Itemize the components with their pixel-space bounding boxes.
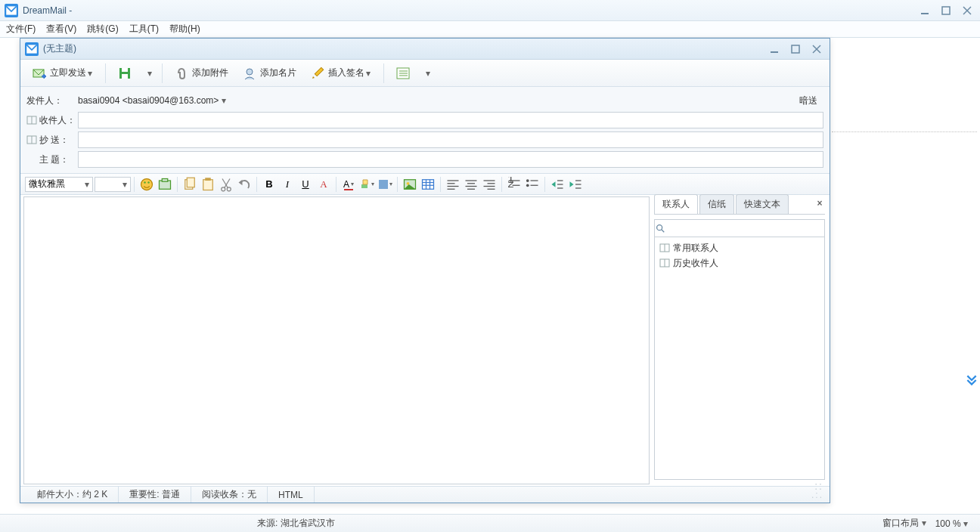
compose-icon xyxy=(25,42,39,56)
subject-label: 主 题： xyxy=(26,153,78,166)
from-label: 发件人： xyxy=(26,94,78,107)
side-panel-close-icon[interactable]: × xyxy=(814,198,825,209)
pencil-icon xyxy=(310,66,325,81)
contacts-search[interactable] xyxy=(654,219,825,237)
expand-panel-icon[interactable] xyxy=(965,373,978,387)
svg-rect-44 xyxy=(423,179,434,189)
app-statusbar: 来源: 湖北省武汉市 窗口布局 ▾ 100 % ▾ xyxy=(0,514,980,532)
signature-button[interactable]: 插入签名 ▾ xyxy=(303,62,379,85)
tab-quicktext[interactable]: 快速文本 xyxy=(736,194,789,214)
svg-rect-41 xyxy=(379,180,388,189)
undo-button[interactable] xyxy=(236,176,253,193)
copy-button[interactable] xyxy=(181,176,198,193)
tab-contacts[interactable]: 联系人 xyxy=(654,194,698,214)
save-button[interactable] xyxy=(110,62,142,85)
paste-button[interactable] xyxy=(200,176,216,193)
svg-line-78 xyxy=(662,230,665,233)
svg-rect-39 xyxy=(361,184,368,188)
menu-view[interactable]: 查看(V) xyxy=(46,23,76,36)
message-body-editor[interactable] xyxy=(23,196,650,484)
font-style-button[interactable]: A xyxy=(315,176,332,193)
signature-dropdown[interactable]: ▾ xyxy=(364,68,372,79)
svg-rect-31 xyxy=(187,178,194,187)
minimize-button[interactable] xyxy=(916,4,933,17)
insert-image-button[interactable] xyxy=(402,176,418,193)
menu-file[interactable]: 文件(F) xyxy=(6,23,36,36)
italic-button[interactable]: I xyxy=(279,176,296,193)
vcard-button[interactable]: 添加名片 xyxy=(235,62,303,85)
bold-button[interactable]: B xyxy=(261,176,278,193)
svg-rect-12 xyxy=(122,68,128,72)
footer-layout[interactable]: 窗口布局 ▾ xyxy=(882,517,926,530)
outdent-button[interactable] xyxy=(549,176,566,193)
align-left-button[interactable] xyxy=(445,176,461,193)
send-dropdown[interactable]: ▾ xyxy=(86,68,94,79)
align-right-button[interactable] xyxy=(481,176,498,193)
close-button[interactable] xyxy=(959,4,975,17)
subject-field[interactable] xyxy=(78,151,823,168)
bcc-button[interactable]: 暗送 xyxy=(793,94,823,107)
ordered-list-button[interactable]: 12 xyxy=(506,176,523,193)
contacts-search-input[interactable] xyxy=(671,221,824,236)
svg-marker-40 xyxy=(363,180,368,184)
font-family-select[interactable]: 微软雅黑▾ xyxy=(25,177,93,192)
save-dropdown[interactable]: ▾ xyxy=(142,62,157,85)
emoji-button[interactable] xyxy=(138,176,155,193)
from-value[interactable]: basai0904 <basai0904@163.com> ▾ xyxy=(78,95,793,106)
signature-label: 插入签名 xyxy=(328,66,364,79)
maximize-button[interactable] xyxy=(938,4,954,17)
tab-stationery[interactable]: 信纸 xyxy=(699,194,734,214)
save-icon xyxy=(117,66,132,81)
svg-rect-7 xyxy=(792,45,799,53)
paperclip-icon xyxy=(174,66,189,81)
to-label[interactable]: 收件人： xyxy=(26,114,78,127)
compose-minimize-button[interactable] xyxy=(766,42,783,56)
app-icon xyxy=(5,4,18,17)
highlight-button[interactable]: ▾ xyxy=(358,176,375,193)
menu-goto[interactable]: 跳转(G) xyxy=(87,23,118,36)
font-size-select[interactable]: ▾ xyxy=(95,177,131,192)
app-title: DreamMail - xyxy=(23,5,72,16)
menubar: 文件(F) 查看(V) 跳转(G) 工具(T) 帮助(H) xyxy=(0,21,980,38)
options-dropdown[interactable]: ▾ xyxy=(420,62,436,85)
compose-close-button[interactable] xyxy=(808,42,825,56)
svg-point-27 xyxy=(147,181,150,184)
send-button[interactable]: 立即发送 ▾ xyxy=(25,62,101,85)
status-size: 邮件大小：约 2 K xyxy=(26,487,119,503)
insert-table-button[interactable] xyxy=(420,176,436,193)
status-receipt: 阅读收条：无 xyxy=(191,487,268,503)
svg-marker-16 xyxy=(312,76,315,79)
contacts-frequent[interactable]: 常用联系人 xyxy=(659,240,820,255)
menu-tools[interactable]: 工具(T) xyxy=(129,23,159,36)
options-button[interactable] xyxy=(389,62,420,85)
underline-button[interactable]: U xyxy=(297,176,314,193)
side-tabs: 联系人 信纸 快速文本 xyxy=(654,196,825,215)
cut-button[interactable] xyxy=(218,176,234,193)
svg-marker-38 xyxy=(239,179,243,185)
to-field[interactable] xyxy=(78,112,823,128)
menu-help[interactable]: 帮助(H) xyxy=(169,23,200,36)
svg-rect-15 xyxy=(315,67,323,76)
bg-color-button[interactable]: ▾ xyxy=(377,176,393,193)
cc-field[interactable] xyxy=(78,131,823,148)
compose-maximize-button[interactable] xyxy=(787,42,804,56)
svg-point-37 xyxy=(227,187,231,190)
footer-zoom[interactable]: 100 % ▾ xyxy=(935,518,968,529)
svg-rect-13 xyxy=(122,74,128,79)
attach-button[interactable]: 添加附件 xyxy=(167,62,235,85)
app-titlebar: DreamMail - xyxy=(0,0,980,21)
side-panel-grip[interactable]: :: xyxy=(654,480,825,484)
compose-toolbar: 立即发送 ▾ ▾ 添加附件 添加名片 插入签名 ▾ ▾ xyxy=(20,60,830,87)
svg-marker-73 xyxy=(570,181,574,187)
svg-point-25 xyxy=(141,178,153,190)
unordered-list-button[interactable] xyxy=(524,176,541,193)
indent-button[interactable] xyxy=(567,176,584,193)
side-panel: × 联系人 信纸 快速文本 常用联系人 历史收件人 :: xyxy=(654,196,825,484)
align-center-button[interactable] xyxy=(463,176,479,193)
font-color-button[interactable]: A▾ xyxy=(340,176,357,193)
status-mode: HTML xyxy=(268,487,315,503)
screenshot-button[interactable] xyxy=(157,176,173,193)
cc-label[interactable]: 抄 送： xyxy=(26,134,78,147)
contacts-list: 常用联系人 历史收件人 xyxy=(654,237,825,480)
contacts-history[interactable]: 历史收件人 xyxy=(659,255,820,271)
